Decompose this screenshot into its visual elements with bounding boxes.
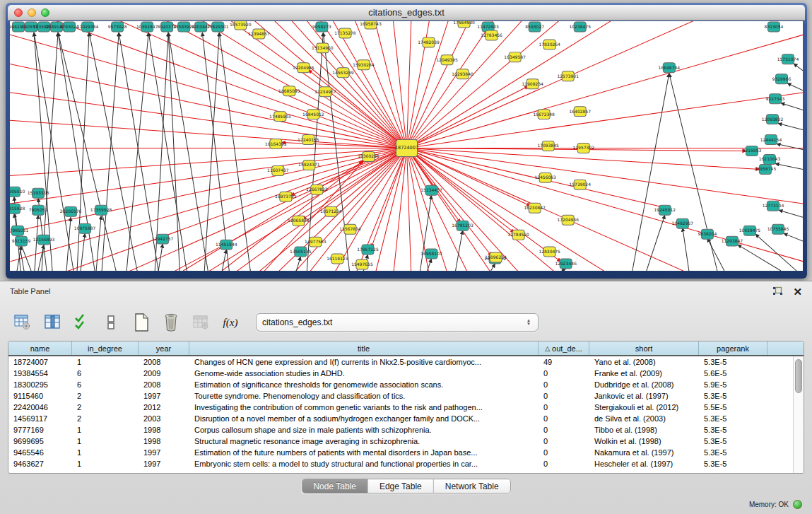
table-cell[interactable]: 1997	[139, 390, 189, 402]
table-cell[interactable]: 1997	[139, 458, 189, 469]
graph-node[interactable]: 15193318	[28, 188, 49, 198]
table-cell[interactable]: 0	[539, 402, 589, 413]
table-cell[interactable]: 0	[539, 436, 589, 447]
graph-node[interactable]: 7905051	[29, 205, 48, 215]
graph-node[interactable]: 17985051	[10, 226, 28, 235]
table-cell[interactable]: Jankovic et al. (1997)	[589, 390, 699, 402]
table-cell[interactable]: 5.3E-5	[699, 424, 767, 436]
graph-node[interactable]: 11315928	[10, 204, 25, 214]
graph-node[interactable]: 11607437	[267, 165, 289, 175]
graph-node[interactable]: 12093832	[762, 115, 784, 124]
table-cell[interactable]: 5.3E-5	[699, 458, 767, 469]
table-cell[interactable]: 5.3E-5	[699, 413, 767, 424]
graph-node[interactable]: 18300295	[358, 151, 379, 161]
new-column-icon[interactable]	[131, 312, 151, 333]
graph-node[interactable]: 15930284	[353, 60, 375, 70]
table-cell[interactable]: Yano et al. (2008)	[589, 356, 699, 368]
graph-node[interactable]: 15672348	[533, 110, 555, 119]
table-body[interactable]: 1872400712008Changes of HCN gene express…	[8, 356, 793, 473]
table-cell[interactable]: 0	[539, 413, 589, 424]
unselect-all-columns-icon[interactable]	[102, 312, 122, 333]
graph-node[interactable]: 16958107	[420, 249, 442, 259]
table-row[interactable]: 946362711997Embryonic stem cells: a mode…	[8, 458, 793, 469]
table-cell[interactable]: 49	[539, 356, 589, 368]
table-cell[interactable]: 5.3E-5	[699, 390, 767, 402]
table-cell[interactable]: 1998	[139, 424, 189, 436]
graph-node[interactable]: 12667823	[306, 185, 328, 194]
graph-node[interactable]: 17135278	[334, 28, 356, 38]
column-header-pagerank[interactable]: pagerank	[699, 341, 767, 355]
graph-node[interactable]: 15134457	[420, 185, 442, 195]
select-all-columns-icon[interactable]	[72, 312, 92, 333]
table-row[interactable]: 977716911998Corpus callosum shape and si…	[8, 424, 793, 436]
graph-node[interactable]: 20206576	[60, 206, 82, 216]
graph-node[interactable]: 15134960	[312, 43, 334, 53]
table-row[interactable]: 2242004622012Investigating the contribut…	[8, 402, 793, 413]
graph-node[interactable]: 11029384	[77, 22, 99, 32]
graph-node[interactable]: 12456093	[534, 173, 556, 182]
graph-node[interactable]: 17204936	[557, 215, 579, 225]
graph-node[interactable]: 12444154	[760, 135, 782, 145]
graph-node[interactable]: 16230847	[524, 203, 546, 213]
graph-node[interactable]: 12923446	[555, 259, 577, 269]
column-header-short[interactable]: short	[589, 341, 699, 355]
tab-edge-table[interactable]: Edge Table	[368, 479, 434, 493]
memory-ok-indicator[interactable]	[793, 500, 802, 509]
table-cell[interactable]: 9465546	[8, 447, 72, 458]
graph-node[interactable]: 26206510	[10, 187, 25, 197]
table-cell[interactable]: 2003	[139, 413, 189, 424]
table-selector-dropdown[interactable]: citations_edges.txt ▲▼	[256, 313, 539, 332]
table-cell[interactable]: 0	[539, 390, 589, 402]
graph-node[interactable]: 16116123	[326, 254, 348, 264]
graph-node[interactable]: 10829301	[207, 22, 229, 32]
graph-node[interactable]: 11451944	[216, 240, 237, 250]
table-cell[interactable]: 2012	[139, 402, 189, 413]
graph-node[interactable]: 16210643	[759, 154, 781, 164]
table-row[interactable]: 1938455462009Genome-wide association stu…	[8, 368, 793, 379]
graph-node[interactable]: 15824371	[298, 160, 320, 170]
table-cell[interactable]: 19384554	[8, 368, 72, 379]
graph-node[interactable]: 18724007	[395, 140, 418, 157]
table-cell[interactable]: 1	[72, 424, 139, 436]
graph-node[interactable]: 12942757	[152, 234, 174, 244]
table-cell[interactable]: 9699695	[8, 436, 72, 447]
graph-node[interactable]: 11394857	[248, 29, 270, 39]
graph-node[interactable]: 15497655	[351, 259, 373, 269]
table-cell[interactable]: 1	[72, 458, 139, 469]
graph-node[interactable]: 12049385	[436, 55, 458, 65]
graph-node[interactable]: 16402857	[569, 107, 591, 117]
table-cell[interactable]: Estimation of the future numbers of pati…	[189, 447, 539, 458]
column-header-year[interactable]: year	[139, 341, 189, 355]
graph-node[interactable]: 9227343	[766, 94, 785, 104]
table-cell[interactable]: 0	[539, 424, 589, 436]
graph-node[interactable]: 10938475	[739, 226, 761, 235]
table-row[interactable]: 946554611997Estimation of the future num…	[8, 447, 793, 458]
table-row[interactable]: 1830029562008Estimation of significance …	[8, 379, 793, 390]
graph-node[interactable]: 17482039	[418, 37, 440, 47]
table-cell[interactable]: 0	[539, 368, 589, 379]
graph-node[interactable]: 15751074	[777, 54, 799, 64]
column-header-in_degree[interactable]: in_degree	[72, 341, 139, 355]
table-cell[interactable]: 5.6E-5	[699, 368, 767, 379]
table-cell[interactable]: de Silva et al. (2003)	[589, 413, 699, 424]
table-cell[interactable]: 1	[72, 436, 139, 447]
graph-node[interactable]: 10238475	[569, 22, 591, 32]
scrollbar-thumb[interactable]	[795, 359, 802, 393]
table-cell[interactable]: 9115460	[8, 390, 72, 402]
table-cell[interactable]: Embryonic stem cells: a model to study s…	[189, 458, 539, 469]
table-cell[interactable]: Corpus callosum shape and size in male p…	[189, 424, 539, 436]
graph-node[interactable]: 16958743	[360, 21, 382, 29]
table-cell[interactable]: Disruption of a novel member of a sodium…	[189, 413, 539, 424]
citation-graph[interactable]: 9462901140557210358293208914068793024110…	[10, 21, 803, 271]
table-cell[interactable]: 2008	[139, 356, 189, 368]
delete-column-icon[interactable]	[161, 312, 181, 333]
graph-node[interactable]: 12783456	[481, 30, 502, 40]
show-columns-icon[interactable]	[42, 312, 62, 333]
graph-node[interactable]: 9838204	[698, 229, 717, 239]
table-cell[interactable]: Nakamura et al. (1997)	[589, 447, 699, 458]
graph-node[interactable]: 9329966	[772, 74, 792, 84]
vertical-scrollbar[interactable]	[793, 356, 804, 473]
table-cell[interactable]: 14569117	[8, 413, 72, 424]
graph-node[interactable]: 14977563	[305, 237, 326, 247]
graph-node[interactable]: 10571234	[320, 206, 342, 216]
